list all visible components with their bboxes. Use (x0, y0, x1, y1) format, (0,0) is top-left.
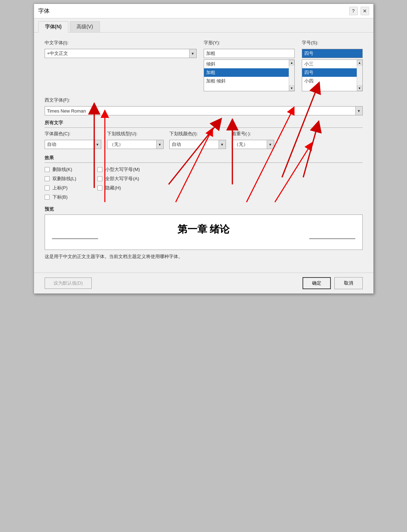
set-default-button[interactable]: 设为默认值(D) (45, 278, 92, 289)
footer-left: 设为默认值(D) (45, 278, 92, 289)
strikethrough-row: 删除线(K) (45, 166, 77, 173)
tab-bar: 字体(N) 高级(V) (34, 18, 373, 33)
font-style-option-bold[interactable]: 加粗 (204, 68, 294, 77)
font-color-arrow[interactable]: ▼ (94, 140, 101, 149)
effects-section: 效果 删除线(K) 双删除线(L) 上标(P) (45, 155, 363, 200)
western-font-value: Times New Roman (47, 108, 355, 114)
strikethrough-label: 删除线(K) (52, 166, 72, 173)
small-caps-label: 小型大写字母(M) (105, 166, 140, 173)
all-caps-checkbox[interactable] (97, 176, 102, 181)
font-size-option-xiao4[interactable]: 小四 (302, 77, 362, 85)
hidden-checkbox[interactable] (97, 185, 102, 190)
double-strikethrough-checkbox[interactable] (45, 176, 50, 181)
subscript-checkbox[interactable] (45, 195, 50, 200)
underline-style-value: （无） (109, 141, 156, 148)
subscript-label: 下标(B) (52, 194, 68, 200)
underline-color-label: 下划线颜色(I): (169, 131, 226, 137)
chinese-font-label: 中文字体(I): (45, 40, 197, 46)
chinese-font-value: +中文正文 (47, 50, 189, 57)
underline-style-dropdown[interactable]: （无） ▼ (107, 140, 164, 149)
close-button[interactable]: ✕ (361, 7, 369, 15)
font-style-scroll-down[interactable]: ▼ (289, 85, 294, 91)
font-size-option-xiao3[interactable]: 小三 (302, 60, 362, 68)
ok-button[interactable]: 确定 (303, 277, 331, 289)
all-text-divider: 所有文字 (45, 120, 363, 128)
tab-advanced[interactable]: 高级(V) (70, 21, 100, 32)
effects-columns: 删除线(K) 双删除线(L) 上标(P) 下标(B) (45, 166, 363, 200)
font-size-value: 四号 (304, 50, 360, 57)
font-color-label: 字体颜色(C): (45, 131, 101, 137)
dialog-body: 中文字体(I): +中文正文 ▼ 字形(Y): 加粗 倾斜 加粗 加粗 倾斜 ▲ (34, 33, 373, 273)
preview-description: 这是用于中文的正文主题字体。当前文档主题定义将使用哪种字体。 (45, 253, 363, 260)
superscript-label: 上标(P) (52, 185, 68, 191)
font-style-option-italic[interactable]: 倾斜 (204, 60, 294, 68)
western-font-arrow[interactable]: ▼ (355, 107, 362, 115)
dialog-title: 字体 (38, 7, 50, 15)
font-size-list: 小三 四号 小四 ▲ ▼ (302, 59, 363, 91)
title-bar-controls: ? ✕ (349, 7, 369, 15)
dialog-footer: 设为默认值(D) 确定 取消 (34, 273, 373, 293)
double-strikethrough-label: 双删除线(L) (52, 176, 77, 182)
underline-color-value: 自动 (172, 141, 219, 148)
underline-style-group: 下划线线型(U): （无） ▼ (107, 131, 164, 149)
font-dialog: 字体 ? ✕ 字体(N) 高级(V) 中文字体(I): +中文正文 ▼ (34, 4, 374, 294)
font-style-group: 字形(Y): 加粗 倾斜 加粗 加粗 倾斜 ▲ ▼ (204, 40, 295, 91)
font-size-label: 字号(S): (302, 40, 363, 46)
font-style-scrollbar: ▲ ▼ (289, 60, 294, 91)
double-strikethrough-row: 双删除线(L) (45, 176, 77, 182)
effects-left-col: 删除线(K) 双删除线(L) 上标(P) 下标(B) (45, 166, 77, 200)
font-style-list: 倾斜 加粗 加粗 倾斜 ▲ ▼ (204, 59, 295, 91)
underline-color-group: 下划线颜色(I): 自动 ▼ (169, 131, 226, 149)
tab-font[interactable]: 字体(N) (38, 21, 68, 33)
effects-divider: 效果 (45, 155, 363, 163)
small-caps-checkbox[interactable] (97, 167, 102, 172)
font-size-option-4[interactable]: 四号 (302, 68, 362, 77)
preview-section: 预览 第一章 绪论 这是用于中文的正文主题字体。当前文档主题定义将使用哪种字体。 (45, 206, 363, 260)
western-font-row: 西文字体(F): Times New Roman ▼ (45, 97, 363, 115)
western-font-group: 西文字体(F): Times New Roman ▼ (45, 97, 363, 115)
underline-style-label: 下划线线型(U): (107, 131, 164, 137)
font-style-option-bold-italic[interactable]: 加粗 倾斜 (204, 77, 294, 85)
font-style-dropdown[interactable]: 加粗 (204, 49, 295, 58)
title-bar: 字体 ? ✕ (34, 4, 373, 18)
font-size-group: 字号(S): 四号 小三 四号 小四 ▲ ▼ (302, 40, 363, 91)
font-size-dropdown[interactable]: 四号 (302, 49, 363, 58)
font-top-row: 中文字体(I): +中文正文 ▼ 字形(Y): 加粗 倾斜 加粗 加粗 倾斜 ▲ (45, 40, 363, 91)
underline-style-arrow[interactable]: ▼ (156, 140, 163, 149)
emphasis-group: 着重号(·): （无） ▼ (232, 131, 274, 149)
help-button[interactable]: ? (349, 7, 358, 15)
superscript-checkbox[interactable] (45, 185, 50, 190)
font-color-dropdown[interactable]: 自动 ▼ (45, 140, 101, 149)
small-caps-row: 小型大写字母(M) (97, 166, 140, 173)
font-color-group: 字体颜色(C): 自动 ▼ (45, 131, 101, 149)
chinese-font-arrow[interactable]: ▼ (189, 49, 196, 58)
font-size-scroll-down[interactable]: ▼ (357, 85, 362, 91)
preview-label: 预览 (45, 206, 363, 212)
underline-color-arrow[interactable]: ▼ (219, 140, 226, 149)
strikethrough-checkbox[interactable] (45, 167, 50, 172)
hidden-label: 隐藏(H) (105, 185, 121, 191)
chinese-font-dropdown[interactable]: +中文正文 ▼ (45, 49, 197, 58)
font-size-scrollbar: ▲ ▼ (357, 60, 362, 91)
font-style-scroll-up[interactable]: ▲ (289, 60, 294, 65)
cancel-button[interactable]: 取消 (334, 277, 363, 289)
effects-right-col: 小型大写字母(M) 全部大写字母(A) 隐藏(H) (97, 166, 140, 200)
emphasis-value: （无） (234, 141, 267, 148)
preview-box: 第一章 绪论 (45, 214, 363, 250)
font-style-value: 加粗 (206, 50, 292, 57)
font-size-scroll-up[interactable]: ▲ (357, 60, 362, 65)
font-style-label: 字形(Y): (204, 40, 295, 46)
underline-color-dropdown[interactable]: 自动 ▼ (169, 140, 226, 149)
footer-right: 确定 取消 (303, 277, 363, 289)
subscript-row: 下标(B) (45, 194, 77, 200)
all-caps-row: 全部大写字母(A) (97, 176, 140, 182)
all-text-row: 字体颜色(C): 自动 ▼ 下划线线型(U): （无） ▼ 下划线颜色(I): … (45, 131, 363, 149)
western-font-dropdown[interactable]: Times New Roman ▼ (45, 106, 363, 115)
preview-text: 第一章 绪论 (177, 223, 230, 236)
font-color-value: 自动 (47, 141, 94, 148)
chinese-font-group: 中文字体(I): +中文正文 ▼ (45, 40, 197, 91)
emphasis-dropdown[interactable]: （无） ▼ (232, 140, 274, 149)
superscript-row: 上标(P) (45, 185, 77, 191)
emphasis-label: 着重号(·): (232, 131, 274, 137)
emphasis-arrow[interactable]: ▼ (267, 140, 274, 149)
